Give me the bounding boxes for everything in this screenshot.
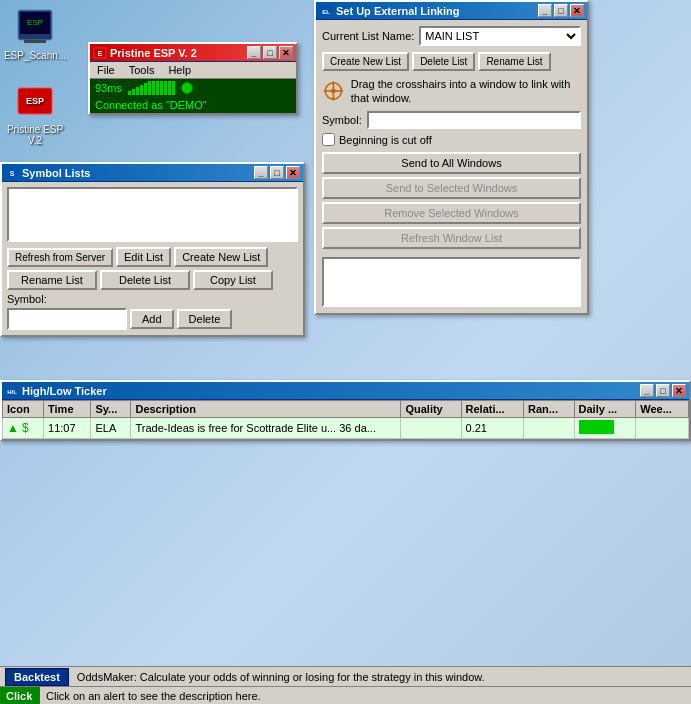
col-relativity: Relati... xyxy=(461,401,523,418)
menu-help[interactable]: Help xyxy=(163,63,196,77)
checkbox-row: Beginning is cut off xyxy=(322,133,581,146)
ext-list-area xyxy=(322,257,581,307)
svg-text:EL: EL xyxy=(322,9,330,15)
click-label: Click xyxy=(0,687,40,704)
status-text: Click on an alert to see the description… xyxy=(40,689,267,703)
row-daily xyxy=(574,418,636,439)
odds-bar: Backtest OddsMaker: Calculate your odds … xyxy=(0,666,691,686)
ext-link-controls: _ □ ✕ xyxy=(538,4,584,17)
table-row[interactable]: ▲ $ 11:07 ELA Trade-Ideas is free for Sc… xyxy=(3,418,689,439)
ext-link-window: EL Set Up External Linking _ □ ✕ Current… xyxy=(314,0,589,315)
svg-point-15 xyxy=(331,89,336,94)
row-weekly xyxy=(636,418,689,439)
green-bar xyxy=(579,420,614,434)
rename-list-button[interactable]: Rename List xyxy=(7,270,97,290)
row-symbol: ELA xyxy=(91,418,131,439)
current-list-label: Current List Name: xyxy=(322,30,414,42)
col-random: Ran... xyxy=(524,401,575,418)
odds-bar-text: OddsMaker: Calculate your odds of winnin… xyxy=(77,671,485,683)
status-dot xyxy=(181,82,193,94)
crosshair-icon[interactable] xyxy=(322,77,345,105)
crosshair-text: Drag the crosshairs into a window to lin… xyxy=(351,77,581,105)
row-relativity: 0.21 xyxy=(461,418,523,439)
maximize-button[interactable]: □ xyxy=(270,166,284,179)
btn-row-1: Refresh from Server Edit List Create New… xyxy=(7,247,298,267)
row-icon: ▲ $ xyxy=(3,418,44,439)
symbol-lists-window: S Symbol Lists _ □ ✕ Refresh from Server… xyxy=(0,162,305,337)
edit-list-button[interactable]: Edit List xyxy=(116,247,171,267)
refresh-from-server-button[interactable]: Refresh from Server xyxy=(7,248,113,267)
backtest-button[interactable]: Backtest xyxy=(5,668,69,686)
delete-symbol-button[interactable]: Delete xyxy=(177,309,233,329)
maximize-button[interactable]: □ xyxy=(554,4,568,17)
esp-status-bar: 93ms xyxy=(90,79,296,97)
esp-scanner-icon[interactable]: ESP ESP_Scann... xyxy=(5,8,65,61)
status-bar: Click Click on an alert to see the descr… xyxy=(0,686,691,704)
close-button[interactable]: ✕ xyxy=(286,166,300,179)
ticker-icon: H/L xyxy=(5,384,19,398)
row-description: Trade-Ideas is free for Scottrade Elite … xyxy=(131,418,401,439)
symbol-input[interactable] xyxy=(7,308,127,330)
ext-btn-row: Create New List Delete List Rename List xyxy=(322,52,581,71)
close-button[interactable]: ✕ xyxy=(279,46,293,59)
pristine-esp-titlebar: E Pristine ESP V. 2 _ □ ✕ xyxy=(90,44,296,62)
esp-menu: File Tools Help xyxy=(90,62,296,79)
remove-selected-button[interactable]: Remove Selected Windows xyxy=(322,202,581,224)
svg-rect-3 xyxy=(24,40,46,43)
col-quality: Quality xyxy=(401,401,461,418)
symbol-lists-titlebar: S Symbol Lists _ □ ✕ xyxy=(2,164,303,182)
symbol-label-ext: Symbol: xyxy=(322,114,362,126)
add-button[interactable]: Add xyxy=(130,309,174,329)
copy-list-button[interactable]: Copy List xyxy=(193,270,273,290)
beginning-cut-off-checkbox[interactable] xyxy=(322,133,335,146)
esp-connected-text: Connected as "DEMO" xyxy=(90,97,296,113)
send-selected-button[interactable]: Send to Selected Windows xyxy=(322,177,581,199)
menu-file[interactable]: File xyxy=(92,63,120,77)
minimize-button[interactable]: _ xyxy=(538,4,552,17)
ext-delete-button[interactable]: Delete List xyxy=(412,52,475,71)
close-button[interactable]: ✕ xyxy=(672,384,686,397)
symbol-label: Symbol: xyxy=(7,293,298,305)
create-new-list-button[interactable]: Create New List xyxy=(174,247,268,267)
current-list-select[interactable]: MAIN LIST xyxy=(419,26,581,46)
ext-link-titlebar: EL Set Up External Linking _ □ ✕ xyxy=(316,2,587,20)
col-symbol: Sy... xyxy=(91,401,131,418)
up-arrow-icon: ▲ xyxy=(7,421,19,435)
menu-tools[interactable]: Tools xyxy=(124,63,160,77)
pristine-esp-desktop-icon[interactable]: ESP Pristine ESP V.2 xyxy=(5,82,65,146)
col-weekly: Wee... xyxy=(636,401,689,418)
btn-row-2: Rename List Delete List Copy List xyxy=(7,270,298,290)
send-all-button[interactable]: Send to All Windows xyxy=(322,152,581,174)
row-quality xyxy=(401,418,461,439)
close-button[interactable]: ✕ xyxy=(570,4,584,17)
minimize-button[interactable]: _ xyxy=(640,384,654,397)
refresh-window-list-button[interactable]: Refresh Window List xyxy=(322,227,581,249)
symbol-lists-icon: S xyxy=(5,166,19,180)
dollar-icon: $ xyxy=(22,421,29,435)
ext-link-content: Current List Name: MAIN LIST Create New … xyxy=(316,20,587,313)
col-time: Time xyxy=(44,401,91,418)
ext-link-icon: EL xyxy=(319,4,333,18)
symbol-list-display xyxy=(7,187,298,242)
ticker-controls: _ □ ✕ xyxy=(640,384,686,397)
maximize-button[interactable]: □ xyxy=(263,46,277,59)
ext-create-new-button[interactable]: Create New List xyxy=(322,52,409,71)
svg-text:E: E xyxy=(98,50,103,57)
svg-text:H/L: H/L xyxy=(7,389,17,395)
minimize-button[interactable]: _ xyxy=(247,46,261,59)
delete-list-button[interactable]: Delete List xyxy=(100,270,190,290)
col-description: Description xyxy=(131,401,401,418)
symbol-input-row: Add Delete xyxy=(7,308,298,330)
symbol-row: Symbol: xyxy=(322,111,581,129)
crosshair-row: Drag the crosshairs into a window to lin… xyxy=(322,77,581,105)
minimize-button[interactable]: _ xyxy=(254,166,268,179)
svg-text:ESP: ESP xyxy=(26,96,44,106)
signal-bars xyxy=(128,81,175,95)
svg-text:S: S xyxy=(10,170,15,177)
ext-rename-button[interactable]: Rename List xyxy=(478,52,550,71)
maximize-button[interactable]: □ xyxy=(656,384,670,397)
ticker-titlebar: H/L High/Low Ticker _ □ ✕ xyxy=(2,382,689,400)
pristine-esp-icon: E xyxy=(93,46,107,60)
symbol-text-input[interactable] xyxy=(367,111,581,129)
current-list-row: Current List Name: MAIN LIST xyxy=(322,26,581,46)
